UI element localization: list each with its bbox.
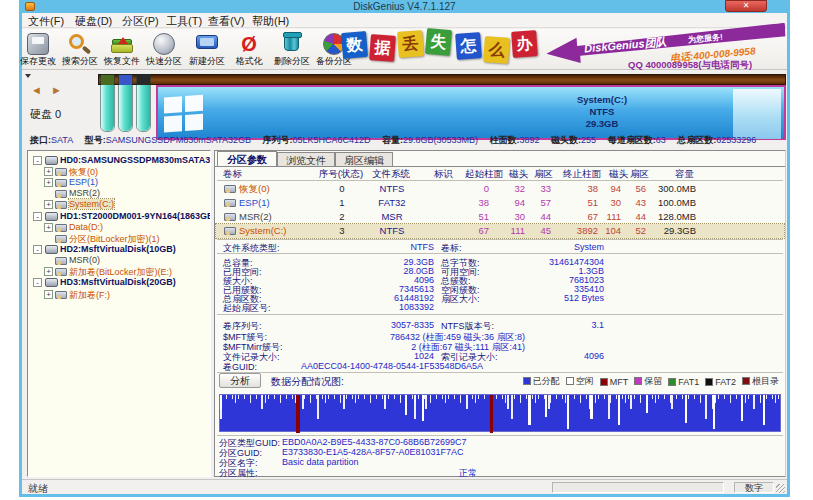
ad-tile: 丢 xyxy=(397,30,424,58)
close-button[interactable]: ✕ xyxy=(725,0,767,12)
delete-icon xyxy=(284,34,299,51)
disk-icon xyxy=(45,156,58,165)
status-text: 就绪 xyxy=(28,482,48,496)
allocation-map xyxy=(219,394,781,432)
disk-info-line: 接口:SATA 型号:SAMSUNGSSDPM830mSATA32GB 序列号:… xyxy=(30,134,786,147)
disk-icon xyxy=(45,212,58,221)
ad-tile: 么 xyxy=(483,36,510,64)
analyze-button[interactable]: 分析 xyxy=(219,373,261,388)
legend-swatch xyxy=(742,377,750,385)
partition-icon xyxy=(55,235,67,243)
partition-block-system-c[interactable]: System(C:) NTFS 29.3GB xyxy=(156,85,786,140)
delete-partition-button[interactable]: 删除分区 xyxy=(270,30,314,69)
next-disk-arrow[interactable]: ► xyxy=(51,84,65,96)
mft-marker xyxy=(296,395,300,433)
table-row-esp[interactable]: ESP(1) 1 FAT32 38 94 57 51 30 43 100.0MB xyxy=(216,196,784,210)
partition-tube-msr[interactable] xyxy=(136,74,151,132)
diskgenius-window: DiskGenius V4.7.1.127 ✕ 文件(F) 硬盘(D) 分区(P… xyxy=(19,0,790,497)
search-icon xyxy=(69,34,84,49)
dropdown-arrow-icon[interactable] xyxy=(25,74,31,81)
menu-disk[interactable]: 硬盘(D) xyxy=(75,14,112,29)
save-icon xyxy=(27,33,49,55)
tree-item-newvol-e[interactable]: + 新加卷(BitLocker加密)(E:) xyxy=(28,266,210,277)
tree-item-hd0[interactable]: - HD0:SAMSUNGSSDPM830mSATA32GB(30GB) xyxy=(28,155,210,166)
partition-icon xyxy=(224,185,236,193)
partition-icon xyxy=(55,201,67,209)
partition-icon xyxy=(55,179,67,187)
mft-marker xyxy=(490,395,493,433)
table-row-system-c[interactable]: System(C:) 3 NTFS 67 111 45 3892 104 52 … xyxy=(216,224,784,238)
partition-tube-esp[interactable] xyxy=(118,74,133,132)
partition-tube-recovery[interactable] xyxy=(100,74,115,132)
expand-icon[interactable]: + xyxy=(44,267,53,276)
disk-label: 硬盘 0 xyxy=(30,107,61,122)
tree-item-recovery[interactable]: + 恢复(0) xyxy=(28,166,210,177)
ad-banner[interactable]: 数 据 丢 失 怎 么 办 DiskGenius团队 为您服务! 电话:400-… xyxy=(340,29,787,70)
table-row-msr[interactable]: MSR(2) 2 MSR 51 30 44 67 111 44 128.0MB xyxy=(216,210,784,224)
menu-bar: 文件(F) 硬盘(D) 分区(P) 工具(T) 查看(V) 帮助(H) xyxy=(22,13,787,28)
table-row-recovery[interactable]: 恢复(0) 0 NTFS 0 32 33 38 94 56 300.0MB xyxy=(216,182,784,196)
disk-overview-panel: ◄ ► 硬盘 0 System(C:) NTFS xyxy=(22,70,787,147)
menu-help[interactable]: 帮助(H) xyxy=(252,14,289,29)
expand-icon[interactable]: + xyxy=(44,178,53,187)
partition-details-panel: 分区参数 浏览文件 扇区编辑 卷标 序号(状态) 文件系统 标识 起始柱面 磁头… xyxy=(214,150,786,477)
partition-bar-graphic: System(C:) NTFS 29.3GB xyxy=(98,74,786,140)
tree-item-hd2[interactable]: - HD2:MsftVirtualDisk(10GB) xyxy=(28,244,210,255)
partition-icon xyxy=(224,199,236,207)
legend-swatch xyxy=(634,377,642,385)
ad-tile: 数 xyxy=(341,31,368,59)
menu-partition[interactable]: 分区(P) xyxy=(122,14,159,29)
recover-files-button[interactable]: 恢复文件 xyxy=(100,30,144,69)
partition-icon xyxy=(55,291,67,299)
partition-icon xyxy=(55,224,67,232)
tree-item-bitlocker-partition[interactable]: 分区(BitLocker加密)(1) xyxy=(28,233,210,244)
prev-disk-arrow[interactable]: ◄ xyxy=(31,84,45,96)
collapse-icon[interactable]: - xyxy=(33,212,42,221)
toolbar: 保存更改 搜索分区 恢复文件 快速分区 新建分区 Ø 格式化 xyxy=(22,29,787,70)
expand-icon[interactable]: + xyxy=(44,223,53,232)
tree-item-msr2[interactable]: MSR(2) xyxy=(28,188,210,199)
title-bar: DiskGenius V4.7.1.127 ✕ xyxy=(19,0,790,13)
quick-partition-icon xyxy=(153,33,175,55)
tree-item-newvol-f[interactable]: + 新加卷(F:) xyxy=(28,289,210,300)
allocation-map-label: 数据分配情况图: xyxy=(271,375,344,389)
disk-band xyxy=(98,74,786,85)
partition-icon xyxy=(55,268,67,276)
resize-grip[interactable] xyxy=(776,484,785,493)
collapse-icon[interactable]: - xyxy=(33,278,42,287)
legend-swatch xyxy=(600,378,608,386)
status-cell xyxy=(552,482,724,493)
save-changes-button[interactable]: 保存更改 xyxy=(16,30,60,69)
collapse-icon[interactable]: - xyxy=(33,245,42,254)
legend-swatch xyxy=(705,378,713,386)
menu-tools[interactable]: 工具(T) xyxy=(166,14,202,29)
tree-item-esp[interactable]: + ESP(1) xyxy=(28,177,210,188)
menu-view[interactable]: 查看(V) xyxy=(208,14,245,29)
format-button[interactable]: Ø 格式化 xyxy=(227,30,271,69)
tree-item-hd3[interactable]: - HD3:MsftVirtualDisk(20GB) xyxy=(28,277,210,288)
new-partition-icon xyxy=(196,35,218,49)
tree-item-data-d[interactable]: + Data(D:) xyxy=(28,222,210,233)
numlock-indicator: 数字 xyxy=(734,482,774,493)
tab-browse-files[interactable]: 浏览文件 xyxy=(277,152,335,166)
partition-icon xyxy=(224,227,236,235)
expand-icon[interactable]: + xyxy=(44,167,53,176)
search-partition-button[interactable]: 搜索分区 xyxy=(58,30,102,69)
expand-icon[interactable]: + xyxy=(44,290,53,299)
menu-file[interactable]: 文件(F) xyxy=(28,14,64,29)
tab-partition-params[interactable]: 分区参数 xyxy=(217,151,277,166)
windows-logo xyxy=(164,95,204,134)
tree-item-system-c[interactable]: + System(C:) xyxy=(28,199,210,210)
window-title: DiskGenius V4.7.1.127 xyxy=(19,1,790,12)
new-partition-button[interactable]: 新建分区 xyxy=(185,30,229,69)
expand-icon[interactable]: + xyxy=(44,200,53,209)
tab-sector-edit[interactable]: 扇区编辑 xyxy=(335,152,393,166)
ad-tile: 失 xyxy=(425,28,452,56)
ad-tile: 办 xyxy=(511,30,538,58)
tree-item-msr0[interactable]: MSR(0) xyxy=(28,255,210,266)
quick-partition-button[interactable]: 快速分区 xyxy=(142,30,186,69)
format-icon: Ø xyxy=(238,33,260,55)
tree-item-hd1[interactable]: - HD1:ST2000DM001-9YN164(1863GB) xyxy=(28,211,210,222)
collapse-icon[interactable]: - xyxy=(33,156,42,165)
partition-icon xyxy=(224,213,236,221)
